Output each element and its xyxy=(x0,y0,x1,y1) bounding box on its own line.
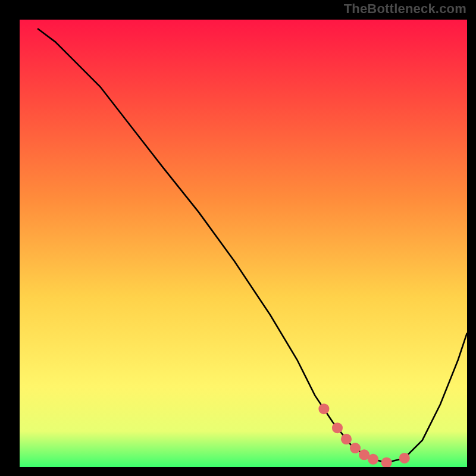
watermark-text: TheBottleneck.com xyxy=(344,1,466,17)
curve-optimal-markers xyxy=(324,409,404,462)
bottleneck-curve xyxy=(20,20,467,467)
plot-area xyxy=(19,19,468,468)
chart-frame: TheBottleneck.com xyxy=(0,0,476,476)
curve-main-line xyxy=(37,29,467,462)
